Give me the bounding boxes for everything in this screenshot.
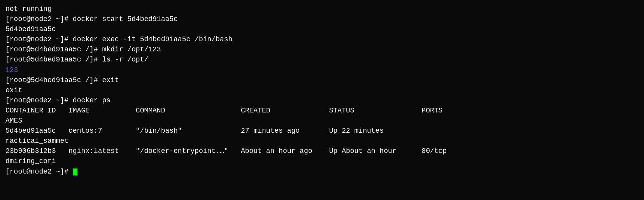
terminal-line-ls: [root@5d4bed91aa5c /]# ls -r /opt/ [5,54,639,65]
terminal-line-ls-output: 123 [5,65,639,75]
terminal-line-table-header: CONTAINER ID IMAGE COMMAND CREATED STATU… [5,105,639,116]
terminal-line-docker-exec: [root@node2 ~]# docker exec -it 5d4bed91… [5,34,639,44]
terminal-line-row1-name: ractical_sammet [5,136,639,146]
terminal-line-not-running: not running [5,4,639,14]
terminal-line-row1-main: 5d4bed91aa5c centos:7 "/bin/bash" 27 min… [5,126,639,136]
terminal-line-row2-main: 23b906b312b3 nginx:latest "/docker-entry… [5,146,639,156]
terminal-line-names-header: AMES [5,116,639,126]
terminal-line-exit-cmd: [root@5d4bed91aa5c /]# exit [5,75,639,85]
terminal-line-exit-output: exit [5,85,639,95]
terminal-line-docker-start: [root@node2 ~]# docker start 5d4bed91aa5… [5,14,639,24]
terminal: not running [root@node2 ~]# docker start… [5,4,639,177]
terminal-cursor [73,168,77,175]
terminal-line-row2-name: dmiring_cori [5,156,639,166]
terminal-line-mkdir: [root@5d4bed91aa5c /]# mkdir /opt/123 [5,44,639,54]
terminal-line-prompt[interactable]: [root@node2 ~]# [5,167,639,177]
terminal-line-docker-ps: [root@node2 ~]# docker ps [5,95,639,105]
terminal-line-container-id-1: 5d4bed91aa5c [5,24,639,34]
